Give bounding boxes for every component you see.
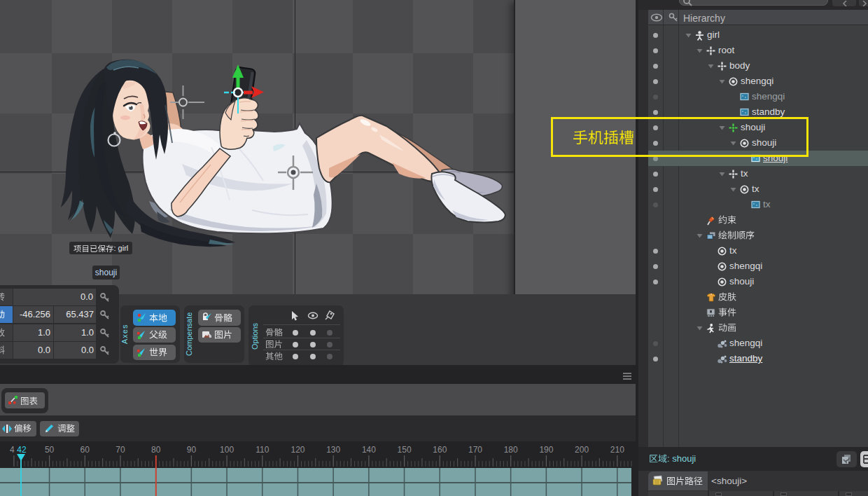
- svg-text:80: 80: [151, 445, 161, 455]
- svg-text:42: 42: [17, 445, 27, 455]
- svg-text:210: 210: [610, 445, 624, 455]
- svg-text:160: 160: [433, 445, 447, 455]
- svg-text:50: 50: [45, 445, 55, 455]
- svg-text:100: 100: [220, 445, 234, 455]
- svg-text:110: 110: [255, 445, 269, 455]
- svg-text:190: 190: [539, 445, 553, 455]
- svg-text:120: 120: [290, 445, 304, 455]
- svg-text:90: 90: [187, 445, 197, 455]
- svg-text:180: 180: [504, 445, 518, 455]
- svg-text:170: 170: [468, 445, 482, 455]
- svg-text:200: 200: [575, 445, 589, 455]
- svg-text:140: 140: [362, 445, 376, 455]
- svg-text:4: 4: [10, 445, 15, 455]
- svg-text:130: 130: [326, 445, 340, 455]
- svg-text:70: 70: [115, 445, 125, 455]
- svg-text:150: 150: [398, 445, 412, 455]
- svg-text:60: 60: [80, 445, 90, 455]
